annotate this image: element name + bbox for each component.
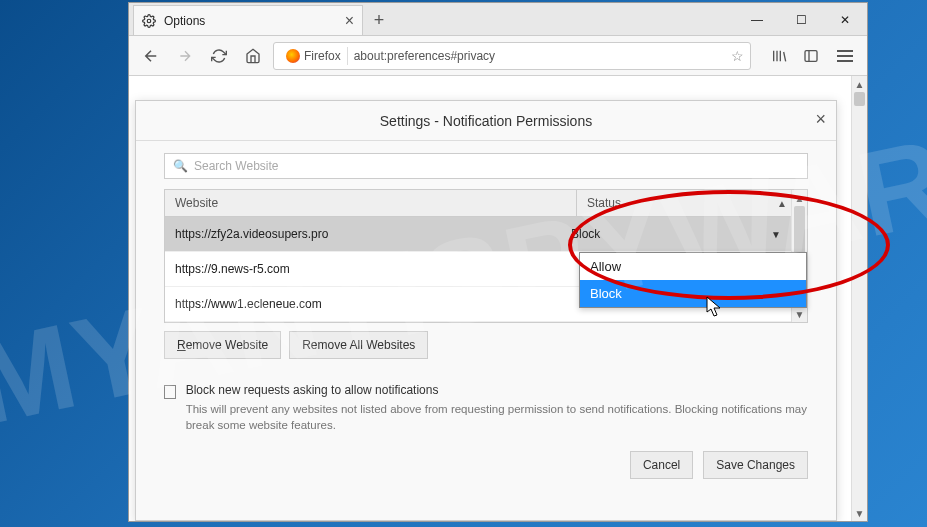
maximize-button[interactable]: ☐	[779, 5, 823, 35]
tab-close-icon[interactable]: ×	[345, 12, 354, 30]
checkbox-description: This will prevent any websites not liste…	[186, 401, 808, 433]
firefox-icon	[286, 49, 300, 63]
scroll-down-icon[interactable]: ▼	[852, 505, 867, 521]
column-status[interactable]: Status ▲	[577, 190, 807, 216]
cell-website: https://zfy2a.videosupers.pro	[165, 217, 561, 251]
page-scrollbar[interactable]: ▲ ▼	[851, 76, 867, 521]
column-website[interactable]: Website	[165, 190, 577, 216]
chevron-down-icon: ▼	[771, 229, 781, 240]
library-icon[interactable]	[765, 42, 793, 70]
content-area: ▲ ▼ Settings - Notification Permissions …	[129, 76, 867, 521]
dialog-header: Settings - Notification Permissions ×	[136, 101, 836, 141]
table-header: Website Status ▲	[165, 190, 807, 217]
cell-website: https://9.news-r5.com	[165, 252, 561, 286]
browser-window: Options × + — ☐ ✕ Firefox about:prefe	[128, 2, 868, 522]
sidebar-icon[interactable]	[797, 42, 825, 70]
table-row[interactable]: https://zfy2a.videosupers.pro Block ▼	[165, 217, 791, 252]
tab-options[interactable]: Options ×	[133, 5, 363, 35]
checkbox-label: Block new requests asking to allow notif…	[186, 383, 808, 397]
permissions-table: Website Status ▲ https://zfy2a.videosupe…	[164, 189, 808, 323]
gear-icon	[142, 14, 156, 28]
svg-point-0	[147, 19, 151, 23]
dialog-footer: Cancel Save Changes	[164, 451, 808, 479]
minimize-button[interactable]: —	[735, 5, 779, 35]
block-new-requests-checkbox[interactable]	[164, 385, 176, 399]
search-icon: 🔍	[173, 159, 188, 173]
dialog-title: Settings - Notification Permissions	[380, 113, 592, 129]
back-button[interactable]	[137, 42, 165, 70]
forward-button[interactable]	[171, 42, 199, 70]
column-status-label: Status	[587, 196, 621, 210]
svg-rect-1	[805, 50, 817, 61]
status-value: Block	[571, 227, 600, 241]
table-actions: Remove Website Remove All Websites	[164, 331, 808, 359]
scroll-up-icon[interactable]: ▲	[792, 190, 807, 206]
window-controls: — ☐ ✕	[735, 5, 867, 35]
dropdown-option-allow[interactable]: Allow	[580, 253, 806, 280]
scroll-down-icon[interactable]: ▼	[792, 306, 807, 322]
block-new-requests-row: Block new requests asking to allow notif…	[164, 383, 808, 433]
address-bar[interactable]: Firefox about:preferences#privacy ☆	[273, 42, 751, 70]
remove-all-websites-button[interactable]: Remove All Websites	[289, 331, 428, 359]
tab-strip: Options × + — ☐ ✕	[129, 3, 867, 36]
status-dropdown[interactable]: Block ▼	[561, 217, 791, 251]
menu-button[interactable]	[831, 42, 859, 70]
close-window-button[interactable]: ✕	[823, 5, 867, 35]
navigation-bar: Firefox about:preferences#privacy ☆	[129, 36, 867, 76]
sort-icon: ▲	[777, 198, 787, 209]
reload-button[interactable]	[205, 42, 233, 70]
firefox-chip: Firefox	[280, 47, 348, 65]
cell-website: https://www1.ecleneue.com	[165, 287, 561, 321]
dialog-close-button[interactable]: ×	[815, 109, 826, 130]
search-website-input[interactable]: 🔍 Search Website	[164, 153, 808, 179]
home-button[interactable]	[239, 42, 267, 70]
remove-website-button[interactable]: Remove Website	[164, 331, 281, 359]
firefox-label: Firefox	[304, 49, 341, 63]
cancel-button[interactable]: Cancel	[630, 451, 693, 479]
dialog-body: 🔍 Search Website Website Status ▲ https:…	[136, 141, 836, 520]
new-tab-button[interactable]: +	[363, 5, 395, 35]
scroll-up-icon[interactable]: ▲	[852, 76, 867, 92]
url-text: about:preferences#privacy	[354, 49, 725, 63]
search-placeholder: Search Website	[194, 159, 279, 173]
table-body: https://zfy2a.videosupers.pro Block ▼ ht…	[165, 217, 807, 322]
save-changes-button[interactable]: Save Changes	[703, 451, 808, 479]
bookmark-star-icon[interactable]: ☆	[731, 48, 744, 64]
dropdown-option-block[interactable]: Block	[580, 280, 806, 307]
tab-label: Options	[164, 14, 205, 28]
notification-permissions-dialog: Settings - Notification Permissions × 🔍 …	[135, 100, 837, 521]
scroll-thumb[interactable]	[854, 92, 865, 106]
status-dropdown-menu: Allow Block	[579, 252, 807, 308]
